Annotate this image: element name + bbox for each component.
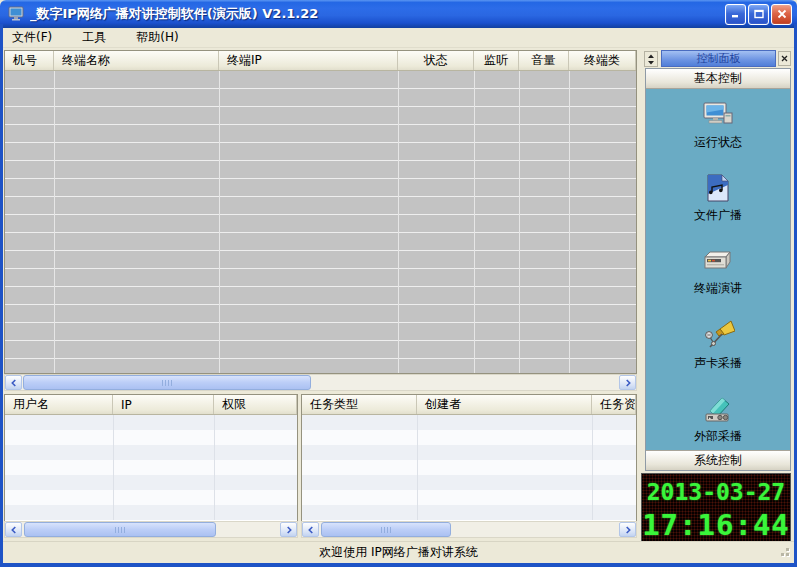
window-border-bottom [0, 563, 797, 567]
tasks-table-header: 任务类型 创建者 任务资源 [302, 395, 636, 415]
system-control-section-header[interactable]: 系统控制 [646, 450, 790, 470]
column-divider [214, 415, 215, 520]
led-clock: 2013-03-27 17:16:44 [641, 473, 791, 544]
scroll-track[interactable] [319, 522, 619, 537]
panel-expander-button[interactable] [644, 51, 658, 67]
control-panel-close-button[interactable] [778, 51, 791, 66]
col-header-ip[interactable]: IP [113, 395, 214, 414]
col-header-terminal-ip[interactable]: 终端IP [219, 51, 398, 70]
column-divider [592, 415, 593, 520]
basic-control-label: 基本控制 [694, 70, 742, 87]
menu-file[interactable]: 文件(F) [3, 27, 61, 48]
terminal-table: 机号 终端名称 终端IP 状态 监听 音量 终端类 [4, 50, 637, 374]
scroll-left-button[interactable] [302, 522, 319, 537]
col-header-username[interactable]: 用户名 [5, 395, 113, 414]
scroll-track[interactable] [22, 375, 619, 390]
sidebar-item-label: 运行状态 [694, 134, 742, 151]
scroll-thumb[interactable] [23, 375, 311, 390]
sidebar-item-label: 声卡采播 [694, 355, 742, 372]
up-down-arrows-icon [647, 54, 655, 65]
column-divider [519, 71, 520, 373]
system-control-label: 系统控制 [694, 452, 742, 469]
col-header-machine-no[interactable]: 机号 [5, 51, 54, 70]
scroll-left-button[interactable] [5, 522, 22, 537]
menu-help[interactable]: 帮助(H) [127, 27, 187, 48]
sidebar-item-terminal-speech[interactable]: 终端演讲 [694, 245, 742, 297]
status-bar: 欢迎使用 IP网络广播对讲系统 [3, 541, 794, 563]
title-bar[interactable]: _数字IP网络广播对讲控制软件(演示版) V2.1.22 [0, 0, 797, 28]
sidebar-item-label: 文件广播 [694, 207, 742, 224]
chevron-left-icon [10, 379, 18, 387]
sidebar-item-file-broadcast[interactable]: 文件广播 [694, 172, 742, 224]
capture-device-icon [701, 393, 735, 425]
control-panel-title: 控制面板 [697, 51, 741, 66]
col-header-task-resource[interactable]: 任务资源 [592, 395, 636, 414]
scroll-left-button[interactable] [5, 375, 22, 390]
terminal-table-body[interactable] [5, 71, 636, 373]
scroll-right-button[interactable] [280, 522, 297, 537]
application-window: _数字IP网络广播对讲控制软件(演示版) V2.1.22 文件(F) 工具 帮助… [0, 0, 797, 567]
status-message: 欢迎使用 IP网络广播对讲系统 [319, 544, 478, 561]
scroll-thumb[interactable] [321, 522, 451, 537]
col-header-terminal-name[interactable]: 终端名称 [54, 51, 219, 70]
col-header-creator[interactable]: 创建者 [417, 395, 592, 414]
thumb-grip-icon [114, 526, 126, 534]
scroll-right-button[interactable] [619, 522, 636, 537]
column-divider [398, 71, 399, 373]
sidebar-item-label: 终端演讲 [694, 280, 742, 297]
window-border-left [0, 24, 3, 567]
col-header-status[interactable]: 状态 [398, 51, 474, 70]
close-button[interactable] [771, 4, 792, 25]
col-header-monitor[interactable]: 监听 [474, 51, 519, 70]
close-icon [781, 55, 788, 62]
chevron-right-icon [624, 526, 632, 534]
column-divider [113, 415, 114, 520]
maximize-icon [754, 9, 764, 19]
clock-time: 17:16:44 [642, 508, 790, 542]
app-monitor-icon [8, 6, 26, 22]
chevron-left-icon [10, 526, 18, 534]
menu-tools[interactable]: 工具 [73, 27, 115, 48]
chevron-right-icon [285, 526, 293, 534]
terminal-device-icon [701, 245, 735, 277]
sidebar-item-soundcard-broadcast[interactable]: 声卡采播 [694, 318, 742, 372]
users-table-body[interactable] [5, 415, 297, 520]
terminal-table-hscrollbar[interactable] [4, 374, 637, 391]
column-divider [219, 71, 220, 373]
thumb-grip-icon [161, 379, 173, 387]
control-panel-titlebar[interactable]: 控制面板 [661, 50, 776, 67]
chevron-left-icon [307, 526, 315, 534]
control-panel: 基本控制 运行状态 [645, 68, 791, 471]
minimize-button[interactable] [725, 4, 746, 25]
basic-control-section-header[interactable]: 基本控制 [646, 69, 790, 89]
chevron-right-icon [624, 379, 632, 387]
basic-control-items: 运行状态 文件广播 [646, 89, 790, 450]
col-header-permission[interactable]: 权限 [214, 395, 297, 414]
tasks-table-hscrollbar[interactable] [301, 521, 637, 538]
scroll-right-button[interactable] [619, 375, 636, 390]
minimize-icon [731, 9, 741, 19]
users-table-hscrollbar[interactable] [4, 521, 298, 538]
microphone-horn-icon [701, 318, 735, 352]
maximize-button[interactable] [748, 4, 769, 25]
sidebar-item-external-broadcast[interactable]: 外部采播 [694, 393, 742, 445]
sidebar-item-label: 外部采播 [694, 428, 742, 445]
thumb-grip-icon [380, 526, 392, 534]
resize-grip[interactable] [777, 544, 789, 556]
column-divider [417, 415, 418, 520]
users-panel: 用户名 IP 权限 [4, 394, 298, 538]
tasks-panel: 任务类型 创建者 任务资源 [301, 394, 637, 538]
sidebar-item-running-status[interactable]: 运行状态 [694, 99, 742, 151]
menu-bar: 文件(F) 工具 帮助(H) [3, 28, 794, 48]
col-header-terminal-type[interactable]: 终端类 [569, 51, 636, 70]
window-controls [725, 4, 792, 25]
col-header-task-type[interactable]: 任务类型 [302, 395, 417, 414]
scroll-thumb[interactable] [24, 522, 216, 537]
column-divider [474, 71, 475, 373]
scroll-track[interactable] [22, 522, 280, 537]
close-icon [777, 9, 787, 19]
column-divider [54, 71, 55, 373]
tasks-table-body[interactable] [302, 415, 636, 520]
column-divider [569, 71, 570, 373]
col-header-volume[interactable]: 音量 [519, 51, 569, 70]
